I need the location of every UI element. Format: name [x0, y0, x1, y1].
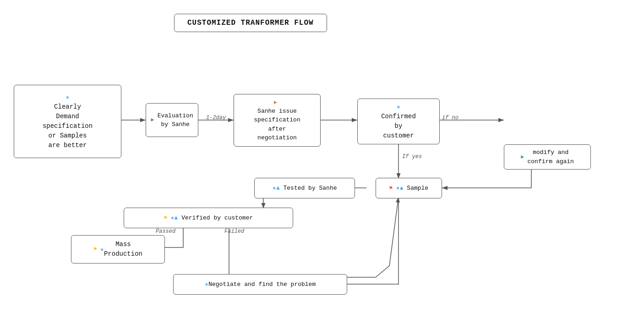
flag-green-icon: ► — [521, 153, 527, 161]
negotiate-label: Negotiate and find the problem — [208, 280, 316, 289]
title-node: CUSTOMIZED TRANFORMER FLOW — [174, 14, 327, 32]
if-no-label: if no — [442, 115, 458, 121]
sanhe-issue-label: Sanhe issue specification after negotiat… — [254, 107, 300, 143]
verified-arrow-icon: ▲ — [175, 214, 182, 223]
mass-production-node: ⚑ ★ Mass Production — [71, 235, 165, 264]
modify-node: ► modify and confirm again — [504, 144, 591, 170]
mass-star-icon: ★ — [100, 245, 104, 254]
verified-label: Verified by customer — [181, 214, 253, 223]
mass-production-label: Mass Production — [104, 240, 142, 259]
flag-purple-icon: ► — [151, 116, 157, 124]
flowchart: CUSTOMIZED TRANFORMER FLOW ★ Clearly Dem… — [0, 0, 644, 313]
tested-label: Tested by Sanhe — [284, 184, 337, 193]
verified-node: ⚑ ★ ▲ Verified by customer — [124, 208, 293, 228]
sanhe-issue-node: ► Sanhe issue specification after negoti… — [234, 94, 321, 147]
flag-yellow-icon: ⚑ — [164, 214, 170, 222]
modify-label: modify and confirm again — [527, 148, 573, 166]
confirmed-label: Confirmed by customer — [381, 112, 416, 141]
demand-node: ★ Clearly Demand specification or Sample… — [14, 85, 121, 158]
sample-node: ⚑ ★ ▲ Sample — [376, 178, 442, 198]
confirmed-star-icon: ★ — [397, 102, 400, 112]
evaluation-label: Evaluation by Sanhe — [158, 111, 193, 129]
sample-arrow-icon: ▲ — [400, 184, 407, 193]
demand-star-icon: ★ — [65, 93, 69, 102]
tested-arrow-icon: ▲ — [276, 184, 284, 193]
flag-orange-icon: ► — [274, 99, 280, 107]
sample-label: Sample — [407, 184, 428, 193]
failed-label: Failed — [224, 228, 244, 235]
tested-star1-icon: ★ — [272, 183, 276, 193]
confirmed-node: ★ Confirmed by customer — [357, 99, 440, 144]
demand-label: Clearly Demand specification or Samples … — [43, 102, 93, 150]
if-yes-label: If yes — [402, 154, 422, 160]
evaluation-node: ► Evaluation by Sanhe — [146, 103, 198, 137]
negotiate-node: ★ Negotiate and find the problem — [173, 274, 347, 295]
sample-star1-icon: ★ — [396, 183, 399, 193]
flag-red-icon: ⚑ — [389, 184, 396, 192]
verified-star1-icon: ★ — [170, 213, 174, 223]
negotiate-star-icon: ★ — [205, 280, 208, 289]
mass-flag-icon: ⚑ — [93, 245, 100, 253]
passed-label: Passed — [156, 228, 175, 235]
tested-node: ★ ▲ Tested by Sanhe — [254, 178, 355, 198]
one-two-day-label: 1-2day — [206, 115, 226, 121]
